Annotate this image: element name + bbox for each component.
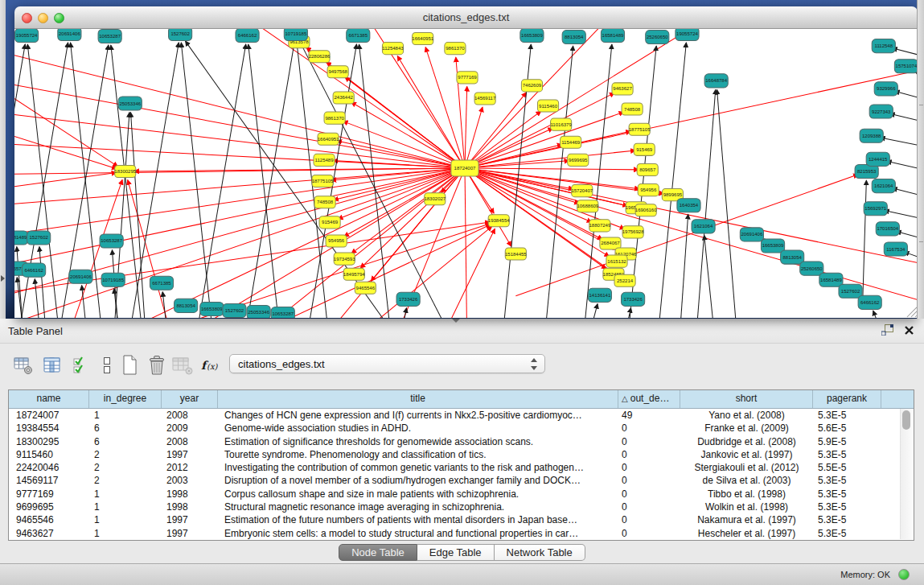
graph-node[interactable]: 14569117 <box>474 93 496 105</box>
scrollbar-thumb[interactable] <box>902 410 910 430</box>
graph-node[interactable]: 18775105 <box>629 123 651 135</box>
new-document-icon[interactable] <box>117 353 142 377</box>
table-row[interactable]: 2242004622012Investigating the contribut… <box>9 461 914 474</box>
table-row[interactable]: 946362711997Embryonic stem cells: a mode… <box>9 527 914 540</box>
delete-icon[interactable] <box>145 353 169 377</box>
graph-node[interactable]: 1640354 <box>677 199 700 212</box>
graph-node[interactable]: 9115460 <box>537 100 558 112</box>
column-header-pagerank[interactable]: pagerank <box>813 390 881 408</box>
table-row[interactable]: 1872400712008Changes of HCN gene express… <box>9 409 914 422</box>
tab-edge-table[interactable]: Edge Table <box>417 544 495 561</box>
graph-node[interactable]: 1527602 <box>27 231 51 245</box>
graph-node[interactable]: 1125489 <box>314 154 335 166</box>
graph-node[interactable]: 6466162 <box>236 29 259 43</box>
graph-node[interactable]: 16581489 <box>601 29 624 43</box>
graph-node[interactable]: 9861370 <box>324 112 345 124</box>
graph-node[interactable]: 748508 <box>314 196 335 208</box>
graph-node[interactable]: 20691406 <box>69 270 92 283</box>
graph-node[interactable]: 6466162 <box>858 295 881 309</box>
left-splitter[interactable] <box>0 0 6 319</box>
select-rows-icon[interactable] <box>69 353 93 377</box>
network-canvas[interactable]: 1872400796135782280628694975682436442986… <box>14 29 918 318</box>
graph-node[interactable]: 16581489 <box>14 231 28 245</box>
graph-node[interactable]: 25260650 <box>800 262 823 275</box>
column-header-title[interactable]: title <box>218 390 618 408</box>
panel-splitter-grip-icon[interactable] <box>452 319 460 323</box>
graph-node[interactable]: 10719185 <box>101 273 125 286</box>
graph-node[interactable]: 10653287 <box>271 307 294 318</box>
graph-node[interactable]: 19055724 <box>15 29 39 43</box>
table-row[interactable]: 911546021997Tourette syndrome. Phenomeno… <box>9 448 914 461</box>
table-selector[interactable]: citations_edges.txt <box>229 354 545 373</box>
graph-node[interactable]: 19384554 <box>488 215 510 227</box>
graph-node[interactable]: 16906160 <box>635 204 657 216</box>
table-row[interactable]: 969969511998Structural magnetic resonanc… <box>9 501 914 513</box>
graph-node[interactable]: 18302027 <box>424 193 446 205</box>
graph-node[interactable]: 8813054 <box>781 250 804 264</box>
graph-node[interactable]: 1733426 <box>396 292 420 306</box>
graph-node[interactable]: 17016504 <box>876 222 899 236</box>
graph-node[interactable]: 1527602 <box>169 29 192 41</box>
graph-node[interactable]: 915469 <box>319 216 340 229</box>
graph-node[interactable]: 915469 <box>634 143 655 155</box>
graph-node[interactable]: 19055724 <box>676 29 699 41</box>
graph-node[interactable]: 6466162 <box>23 263 46 277</box>
graph-node[interactable]: 9861370 <box>445 43 466 55</box>
graph-node[interactable]: 18724007 <box>451 160 478 176</box>
table-row[interactable]: 1830029562008Estimation of significance … <box>9 435 914 448</box>
graph-node[interactable]: 2436442 <box>333 92 354 104</box>
graph-node[interactable]: 8813054 <box>175 299 198 312</box>
graph-node[interactable]: 1527602 <box>839 284 862 298</box>
zoom-window-button[interactable] <box>54 13 64 23</box>
graph-node[interactable]: 1621064 <box>872 179 895 193</box>
graph-node[interactable]: 1615132 <box>606 255 627 267</box>
graph-node[interactable]: 9777169 <box>457 72 478 84</box>
graph-node[interactable]: 252214 <box>614 274 635 286</box>
minimize-window-button[interactable] <box>38 13 48 23</box>
float-panel-icon[interactable] <box>881 324 893 336</box>
column-layout-icon[interactable] <box>95 353 119 377</box>
close-panel-icon[interactable] <box>904 325 914 336</box>
column-header-out_de[interactable]: △out_de… <box>618 390 680 408</box>
graph-node[interactable]: 19756928 <box>622 226 644 238</box>
splitter-arrow-icon[interactable] <box>1 275 5 282</box>
graph-node[interactable]: 9497568 <box>327 66 348 78</box>
table-row[interactable]: 946554611997Estimation of the future num… <box>9 513 914 526</box>
graph-node[interactable]: 9227343 <box>869 105 893 118</box>
tab-network-table[interactable]: Network Table <box>495 544 585 561</box>
graph-node[interactable]: 1112548 <box>872 39 895 53</box>
modify-table-icon[interactable] <box>11 353 35 377</box>
graph-node[interactable]: 1244415 <box>866 152 889 166</box>
column-header-name[interactable]: name <box>9 390 89 408</box>
table-row[interactable]: 977716911998Corpus callosum shape and si… <box>9 488 914 501</box>
graph-node[interactable]: 15692971 <box>864 202 887 216</box>
graph-node[interactable]: 16648784 <box>704 74 728 88</box>
graph-node[interactable]: 10653287 <box>100 234 123 248</box>
graph-node[interactable]: 8215953 <box>855 164 878 178</box>
graph-node[interactable]: 1167534 <box>884 242 907 256</box>
column-header-short[interactable]: short <box>680 390 813 408</box>
graph-node[interactable]: 1733426 <box>622 292 645 306</box>
graph-node[interactable]: 20691406 <box>58 29 81 41</box>
graph-node[interactable]: 9699695 <box>568 154 589 166</box>
graph-node[interactable]: 954956 <box>326 235 347 247</box>
graph-node[interactable]: 19734593 <box>334 253 355 265</box>
graph-node[interactable]: 11254843 <box>382 43 404 55</box>
graph-node[interactable]: 954956 <box>638 184 659 196</box>
graph-node[interactable]: 16581489 <box>819 273 843 286</box>
graph-node[interactable]: 16653809 <box>761 239 784 253</box>
network-graph[interactable]: 1872400796135782280628694975682436442986… <box>14 29 918 318</box>
graph-node[interactable]: 16640951 <box>318 133 339 145</box>
graph-node[interactable]: 15184455 <box>505 248 527 260</box>
column-header-year[interactable]: year <box>162 390 218 408</box>
graph-node[interactable]: 1621064 <box>692 220 715 233</box>
graph-node[interactable]: 1209388 <box>860 129 883 142</box>
resize-grip-icon[interactable] <box>907 307 917 317</box>
graph-node[interactable]: 22806286 <box>309 51 331 63</box>
graph-node[interactable]: 6671385 <box>150 276 173 290</box>
graph-node[interactable]: 9465546 <box>355 282 376 294</box>
graph-node[interactable]: 25260650 <box>646 31 669 44</box>
graph-node[interactable]: 18775105 <box>312 175 334 187</box>
graph-node[interactable]: 10688609 <box>577 200 598 212</box>
close-window-button[interactable] <box>22 13 32 23</box>
